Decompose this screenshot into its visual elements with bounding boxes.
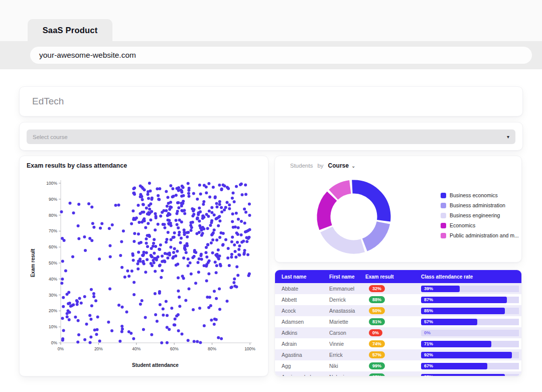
scatter-point — [146, 258, 149, 261]
scatter-title: Exam results by class attendance — [27, 162, 127, 169]
scatter-point — [216, 253, 219, 256]
scatter-point — [197, 271, 200, 274]
scatter-point — [88, 237, 91, 240]
scatter-point — [233, 200, 236, 203]
scatter-point — [205, 255, 208, 258]
scatter-point — [67, 291, 70, 294]
scatter-point — [178, 231, 181, 234]
scatter-point — [248, 228, 251, 231]
address-bar[interactable]: your-awesome-website.com — [30, 47, 532, 64]
scatter-point — [234, 250, 237, 253]
scatter-point — [162, 209, 165, 212]
scatter-point — [133, 232, 136, 235]
scatter-point — [61, 317, 64, 320]
scatter-point — [236, 241, 239, 244]
students-table-panel: Last nameFirst nameExam resultClass atte… — [275, 270, 522, 376]
exam-result-badge: 88% — [369, 296, 385, 303]
scatter-point — [169, 201, 172, 204]
group-by-dropdown[interactable]: Course ⌄ — [328, 162, 356, 169]
scatter-point — [171, 187, 174, 190]
attendance-bar-label: 39% — [421, 286, 433, 292]
scatter-point — [216, 256, 219, 259]
x-tick-label: 40% — [132, 346, 141, 351]
y-tick-label: 60% — [49, 244, 57, 249]
scatter-point — [132, 192, 136, 195]
scatter-point — [155, 216, 158, 219]
scatter-point — [72, 211, 75, 214]
scatter-point — [233, 243, 236, 246]
scatter-point — [120, 240, 123, 243]
scatter-point — [127, 330, 130, 333]
course-select-card: Select course ▾ — [19, 122, 523, 151]
scatter-point — [211, 238, 214, 241]
last-name-cell: Acock — [282, 308, 329, 314]
browser-tab[interactable]: SaaS Product — [28, 19, 112, 41]
scatter-point — [122, 229, 125, 232]
scatter-point — [208, 210, 211, 213]
last-name-cell: Agg — [282, 363, 329, 369]
attendance-bar-label: 57% — [421, 319, 433, 325]
students-header: Students by Course ⌄ — [290, 162, 355, 169]
scatter-point — [220, 187, 223, 190]
attendance-cell: 57% — [421, 319, 519, 325]
exam-result-badge: 95% — [369, 373, 385, 376]
scatter-point — [84, 249, 87, 252]
course-select[interactable]: Select course ▾ — [27, 129, 515, 144]
last-name-cell: Adamsen — [282, 319, 329, 325]
scatter-point — [180, 202, 183, 205]
scatter-point — [177, 277, 180, 280]
scatter-point — [139, 193, 142, 196]
scatter-point — [142, 261, 145, 264]
scatter-point — [175, 219, 178, 222]
scatter-point — [137, 232, 140, 235]
scatter-point — [139, 260, 142, 263]
scatter-point — [226, 300, 229, 303]
scatter-point — [159, 303, 162, 306]
scatter-point — [202, 203, 205, 206]
scatter-point — [148, 204, 151, 207]
scatter-point — [90, 239, 93, 242]
legend-item: Business engineering — [441, 212, 519, 218]
scatter-point — [120, 266, 123, 269]
scatter-point — [198, 231, 201, 234]
scatter-point — [233, 278, 236, 281]
scatter-point — [210, 319, 213, 322]
y-tick-label: 50% — [49, 260, 57, 266]
scatter-point — [230, 255, 233, 258]
scatter-point — [170, 307, 173, 310]
scatter-point — [190, 221, 193, 224]
scatter-point — [166, 341, 169, 344]
scatter-point — [237, 253, 240, 256]
scatter-point — [160, 276, 163, 279]
scatter-point — [121, 328, 124, 331]
scatter-point — [206, 296, 209, 299]
scatter-point — [83, 295, 86, 298]
scatter-point — [138, 221, 141, 224]
scatter-point — [213, 290, 216, 293]
scatter-point — [206, 243, 209, 246]
attendance-bar-track: 87% — [421, 297, 519, 303]
scatter-point — [207, 306, 210, 309]
table-row: AdkinsCarson0%0% — [275, 327, 521, 338]
scatter-point — [154, 228, 157, 231]
scatter-point — [227, 247, 230, 250]
scatter-point — [187, 192, 190, 195]
y-axis-title: Exam result — [30, 248, 36, 277]
scatter-point — [208, 259, 211, 263]
scatter-point — [207, 272, 210, 275]
scatter-point — [215, 297, 218, 300]
scatter-point — [230, 240, 233, 243]
x-tick-label: 100% — [244, 346, 255, 351]
attendance-bar-track: 85% — [421, 374, 519, 377]
page-title: EdTech — [20, 96, 64, 107]
scatter-point — [187, 189, 190, 192]
scatter-chart: 0%20%40%60%80%100%0%10%20%30%40%50%60%70… — [24, 173, 265, 372]
scatter-point — [170, 224, 173, 227]
attendance-bar-fill: 57% — [421, 319, 477, 325]
scatter-point — [159, 215, 162, 218]
last-name-cell: Abbett — [282, 297, 329, 303]
scatter-point — [200, 234, 203, 237]
legend-label: Business administration — [450, 202, 505, 208]
scatter-point — [175, 264, 178, 267]
attendance-bar-label: 87% — [421, 297, 433, 303]
